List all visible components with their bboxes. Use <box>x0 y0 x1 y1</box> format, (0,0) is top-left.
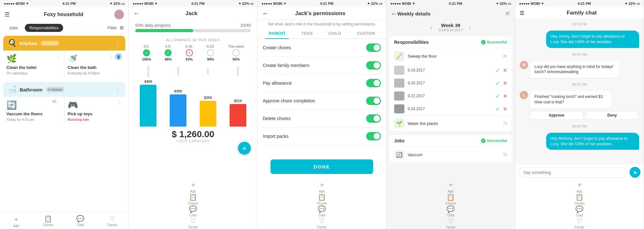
avatar[interactable] <box>114 10 124 19</box>
deny-button[interactable]: Deny <box>586 111 639 120</box>
sweep-x-2[interactable]: ✕ <box>503 80 507 86</box>
bathroom-dots[interactable]: ⋮ <box>115 86 121 93</box>
chore-clean-bath[interactable]: 👤 ⋮ 🚿 Clean the bath Everyday by 8:00pm <box>64 51 125 78</box>
back-arrow-3[interactable]: ← <box>262 10 269 17</box>
toggle-6[interactable] <box>366 132 381 140</box>
nav-chores-5[interactable]: 📋 Chores <box>515 193 644 205</box>
back-arrow-2[interactable]: ← <box>133 10 140 17</box>
resp-status: Successful <box>487 40 507 44</box>
water-icon: 🌱 <box>394 118 404 129</box>
sweep-x-4[interactable]: ✕ <box>503 106 507 112</box>
resp-badge: ✓ Successful <box>481 40 507 44</box>
tab-child[interactable]: CHILD <box>325 28 345 39</box>
toggle-thumb-1 <box>374 44 380 51</box>
time-1: 4:21 PM <box>62 2 76 5</box>
dots-icon-4[interactable]: ⋮ <box>117 100 122 106</box>
jobs-title: Jobs <box>394 138 405 143</box>
toggle-2[interactable] <box>366 61 381 70</box>
jobs-badge-dot: ✓ <box>481 138 486 143</box>
close-icon[interactable]: ✕ <box>505 10 510 17</box>
tab-teen[interactable]: TEEN <box>298 28 316 39</box>
chore-name-4: Pick up toys <box>68 111 122 116</box>
back-arrow-4[interactable]: ← <box>391 10 397 17</box>
hamburger-icon[interactable]: ☰ <box>5 11 10 18</box>
dots-icon-3[interactable]: ⋮ <box>56 100 61 106</box>
add-float-btn[interactable]: ＋ <box>238 142 251 155</box>
done-button[interactable]: DONE <box>270 159 373 174</box>
nav-family[interactable]: ♡ Family <box>96 215 128 228</box>
sweep-check-1[interactable]: ✓ <box>496 67 500 73</box>
toggle-4[interactable] <box>366 97 381 105</box>
nav-chores[interactable]: 📋 Chores <box>32 215 64 228</box>
nav-chat-5[interactable]: 💬 Chat <box>515 205 644 217</box>
nav-add-5[interactable]: ＋ Add <box>515 180 644 193</box>
chat-input-field[interactable] <box>518 167 627 178</box>
week-pct-4: 99% <box>207 57 214 61</box>
kitchen-dots[interactable]: ⋮ <box>115 40 121 47</box>
bottom-nav-2: ＋ Add 📋 Chores 💬 Chat ♡ Family <box>129 180 257 229</box>
nav-chores-label-2: Chores <box>188 202 198 205</box>
sweep-check-2[interactable]: ✓ <box>496 80 500 86</box>
perm-delete-chores: Delete chores <box>261 110 383 128</box>
bar-label-1: $400 <box>144 80 152 83</box>
msg-time-3: 09:50 PM <box>520 82 639 86</box>
sweep-check-4[interactable]: ✓ <box>496 106 500 112</box>
chores-icon-3: 📋 <box>318 193 326 201</box>
sweep-x-3[interactable]: ✕ <box>503 93 507 99</box>
time-2: 4:21 PM <box>191 2 205 5</box>
tab-parent[interactable]: PARENT <box>266 28 289 39</box>
nav-chores-3[interactable]: 📋 Chores <box>258 193 386 205</box>
nav-family-5[interactable]: ♡ Family <box>515 217 644 229</box>
nav-family-3[interactable]: ♡ Family <box>258 217 386 229</box>
toggle-3[interactable] <box>366 79 381 87</box>
nav-add-3[interactable]: ＋ Add <box>258 180 386 193</box>
msg-3: Finished "cooking lunch" and earned $3. … <box>530 91 611 108</box>
nav-chat[interactable]: 💬 Chat <box>64 215 97 228</box>
msg-1: Hey Jimmy, don't forget to pay allowance… <box>546 31 639 48</box>
top-bar-3: ← Jack's permissions <box>258 7 386 20</box>
status-bar-4: ●●●●● MOBI ✦ 4:21 PM ✦ 22% ▭ <box>386 0 515 7</box>
chore-clean-toilet[interactable]: ⋮ 🌿 Clean the toilet On saturdays <box>3 51 64 78</box>
week-title: Week 39 9.18-9.24.2017 <box>439 23 462 32</box>
tab-jobs[interactable]: Jobs <box>5 24 22 32</box>
nav-add-2[interactable]: ＋ Add <box>129 180 257 193</box>
nav-family-4[interactable]: ♡ Family <box>386 217 515 229</box>
chore-vacuum[interactable]: ⋮ $5 🔄 Vaccum the floors Today by 4:15 p… <box>3 97 64 125</box>
add-icon-2: ＋ <box>190 180 196 189</box>
battery-5: ✦ 22% ▭ <box>625 2 640 6</box>
tab-responsibilities[interactable]: Responsibilities <box>25 24 63 32</box>
filter-icon[interactable]: ⚙ <box>119 25 124 31</box>
weekly-title-bar: Weekly details <box>397 11 505 16</box>
nav-family-label: Family <box>108 223 117 227</box>
nav-chores-4[interactable]: 📋 Chores <box>386 193 515 205</box>
jobs-status: Successful <box>487 138 507 143</box>
sweep-date-text-1: 9.18.2017 <box>408 68 492 72</box>
nav-chat-2[interactable]: 💬 Chat <box>129 205 257 217</box>
nav-family-2[interactable]: ♡ Family <box>129 217 257 229</box>
screen-weekly: ●●●●● MOBI ✦ 4:21 PM ✦ 22% ▭ ← Weekly de… <box>386 0 515 229</box>
sweep-x-1[interactable]: ✕ <box>503 67 507 73</box>
sweep-date-text-3: 9.22.2017 <box>408 94 492 98</box>
toggle-1[interactable] <box>366 43 381 52</box>
nav-chores-2[interactable]: 📋 Chores <box>129 193 257 205</box>
send-button[interactable]: ➤ <box>630 167 640 178</box>
tab-custom[interactable]: CUSTOM <box>354 28 378 39</box>
sweep-check-3[interactable]: ✓ <box>496 93 500 99</box>
next-week-btn[interactable]: › <box>469 24 471 31</box>
perm-create-family: Create family members <box>261 57 383 74</box>
bottom-nav-1: ＋ Add 📋 Chores 💬 Chat ♡ Family <box>0 212 128 229</box>
prev-week-btn[interactable]: ‹ <box>430 24 432 31</box>
nav-add[interactable]: ＋ Add <box>0 215 32 228</box>
chore-pickup-toys[interactable]: ⋮ 🎮 Pick up toys Running late <box>64 97 125 125</box>
nav-add-4[interactable]: ＋ Add <box>386 180 515 193</box>
nav-chat-4[interactable]: 💬 Chat <box>386 205 515 217</box>
progress-value: 20/40 <box>240 23 251 28</box>
dots-icon-2[interactable]: ⋮ <box>109 53 114 59</box>
sweep-thumb-2 <box>394 79 404 88</box>
family-icon-2: ♡ <box>190 217 196 225</box>
approve-button[interactable]: Approve <box>530 111 583 120</box>
toggle-5[interactable] <box>366 114 381 123</box>
dots-icon-1[interactable]: ⋮ <box>56 53 61 59</box>
hamburger-5[interactable]: ☰ <box>520 10 524 16</box>
nav-chat-3[interactable]: 💬 Chat <box>258 205 386 217</box>
